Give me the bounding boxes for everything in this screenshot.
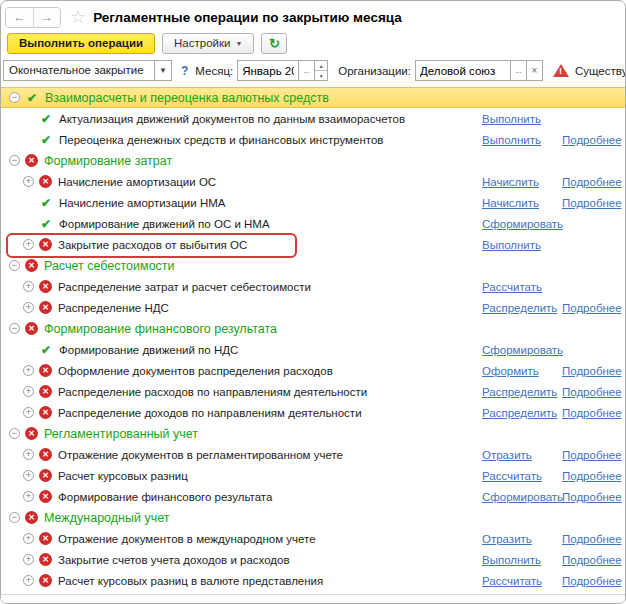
group-header-row[interactable]: −✕Международный учет xyxy=(1,507,625,528)
expand-icon[interactable]: + xyxy=(23,575,34,586)
operation-label: Распределение НДС xyxy=(58,302,169,314)
action-link[interactable]: Выполнить xyxy=(482,554,541,566)
expand-icon[interactable]: + xyxy=(23,449,34,460)
settings-button[interactable]: Настройки ▼ xyxy=(162,33,254,54)
collapse-icon[interactable]: − xyxy=(9,155,20,166)
group-header-row[interactable]: −✔Взаиморасчеты и переоценка валютных ср… xyxy=(1,87,625,108)
expand-icon[interactable]: + xyxy=(23,407,34,418)
details-link[interactable]: Подробнее xyxy=(562,575,622,587)
details-link[interactable]: Подробнее xyxy=(562,134,622,146)
details-link[interactable]: Подробнее xyxy=(562,449,622,461)
chevron-down-icon[interactable]: ▼ xyxy=(154,61,171,80)
error-icon: ✕ xyxy=(39,574,52,587)
action-link[interactable]: Сформировать xyxy=(482,491,563,503)
expand-icon[interactable]: + xyxy=(23,470,34,481)
back-icon[interactable]: ← xyxy=(6,8,33,27)
action-link[interactable]: Выполнить xyxy=(482,113,541,125)
operation-label: Распределение затрат и расчет себестоимо… xyxy=(58,281,311,293)
action-link[interactable]: Начислить xyxy=(482,197,539,209)
action-link[interactable]: Распределить xyxy=(482,386,557,398)
action-link[interactable]: Выполнить xyxy=(482,134,541,146)
details-link[interactable]: Подробнее xyxy=(562,470,622,482)
action-link[interactable]: Начислить xyxy=(482,176,539,188)
month-label: Месяц: xyxy=(195,65,233,77)
action-link[interactable]: Отразить xyxy=(482,533,532,545)
chevron-down-icon: ▼ xyxy=(235,40,242,47)
group-header-row[interactable]: −✕Формирование затрат xyxy=(1,150,625,171)
operation-label: Распределение доходов по направлениям де… xyxy=(58,407,362,419)
details-link[interactable]: Подробнее xyxy=(562,176,622,188)
action-link[interactable]: Сформировать xyxy=(482,218,563,230)
operation-row: +✕Распределение доходов по направлениям … xyxy=(1,402,625,423)
organization-input[interactable] xyxy=(415,60,511,81)
operation-row: +✕Расчет курсовых разниц в валюте предст… xyxy=(1,570,625,591)
details-link[interactable]: Подробнее xyxy=(562,302,622,314)
refresh-button[interactable]: ↻ xyxy=(261,33,287,54)
operation-row: ✔Актуализация движений документов по дан… xyxy=(1,108,625,129)
details-link[interactable]: Подробнее xyxy=(562,533,622,545)
collapse-icon[interactable]: − xyxy=(9,512,20,523)
operation-row: +✕Распределение затрат и расчет себестои… xyxy=(1,276,625,297)
horizontal-scrollbar[interactable] xyxy=(1,594,625,603)
action-link[interactable]: Оформить xyxy=(482,365,539,377)
details-link[interactable]: Подробнее xyxy=(562,554,622,566)
operation-row: +✕Распределение НДСРаспределитьПодробнее xyxy=(1,297,625,318)
check-icon: ✔ xyxy=(39,133,53,147)
expand-icon[interactable]: + xyxy=(23,176,34,187)
warning-text: Существуют невы xyxy=(575,65,625,77)
details-link[interactable]: Подробнее xyxy=(562,386,622,398)
operation-row: +✕Начисление амортизации ОСНачислитьПодр… xyxy=(1,171,625,192)
action-link[interactable]: Отразить xyxy=(482,449,532,461)
details-link[interactable]: Подробнее xyxy=(562,491,622,503)
spin-up-icon[interactable]: ▲ xyxy=(315,61,327,71)
operation-label: Отражение документов в регламентированно… xyxy=(58,449,343,461)
action-link[interactable]: Рассчитать xyxy=(482,470,542,482)
action-link[interactable]: Распределить xyxy=(482,407,557,419)
execute-operations-button[interactable]: Выполнить операции xyxy=(7,33,155,54)
operation-label: Закрытие расходов от выбытия ОС xyxy=(58,239,247,251)
group-header-row[interactable]: −✕Формирование финансового результата xyxy=(1,318,625,339)
collapse-icon[interactable]: − xyxy=(9,260,20,271)
expand-icon[interactable]: + xyxy=(23,239,34,250)
operation-label: Актуализация движений документов по данн… xyxy=(59,113,405,125)
error-icon: ✕ xyxy=(39,175,52,188)
month-input[interactable] xyxy=(237,60,299,81)
help-icon[interactable]: ? xyxy=(181,64,188,78)
group-header-row[interactable]: −✕Расчет себестоимости xyxy=(1,255,625,276)
collapse-icon[interactable]: − xyxy=(9,92,20,103)
expand-icon[interactable]: + xyxy=(23,281,34,292)
collapse-icon[interactable]: − xyxy=(9,323,20,334)
closing-mode-select[interactable]: Окончательное закрытие ▼ xyxy=(3,60,172,81)
month-picker-button[interactable]: ... xyxy=(299,60,315,81)
forward-icon[interactable]: → xyxy=(33,8,60,27)
month-spinner[interactable]: ▲ ▼ xyxy=(315,60,328,81)
spin-down-icon[interactable]: ▼ xyxy=(315,71,327,80)
expand-icon[interactable]: + xyxy=(23,554,34,565)
action-link[interactable]: Рассчитать xyxy=(482,281,542,293)
expand-icon[interactable]: + xyxy=(23,302,34,313)
favorite-star-icon[interactable]: ☆ xyxy=(70,6,86,28)
operation-row: ✔Формирование движений по ОС и НМАСформи… xyxy=(1,213,625,234)
expand-icon[interactable]: + xyxy=(23,365,34,376)
error-icon: ✕ xyxy=(25,259,38,272)
group-header-row[interactable]: −✕Регламентированный учет xyxy=(1,423,625,444)
error-icon: ✕ xyxy=(39,406,52,419)
organization-picker-button[interactable]: ... xyxy=(511,60,527,81)
details-link[interactable]: Подробнее xyxy=(562,197,622,209)
action-link[interactable]: Рассчитать xyxy=(482,575,542,587)
expand-icon[interactable]: + xyxy=(23,491,34,502)
expand-icon[interactable]: + xyxy=(23,386,34,397)
expand-icon[interactable]: + xyxy=(23,533,34,544)
details-link[interactable]: Подробнее xyxy=(562,407,622,419)
group-title: Международный учет xyxy=(44,511,169,525)
operation-label: Оформление документов распределения расх… xyxy=(58,365,333,377)
action-link[interactable]: Выполнить xyxy=(482,239,541,251)
collapse-icon[interactable]: − xyxy=(9,428,20,439)
organization-field-group: ... × xyxy=(415,60,543,81)
clear-icon[interactable]: × xyxy=(527,60,543,81)
action-link[interactable]: Распределить xyxy=(482,302,557,314)
warning-icon: ! xyxy=(553,64,569,77)
details-link[interactable]: Подробнее xyxy=(562,365,622,377)
error-icon: ✕ xyxy=(39,469,52,482)
action-link[interactable]: Сформировать xyxy=(482,344,563,356)
